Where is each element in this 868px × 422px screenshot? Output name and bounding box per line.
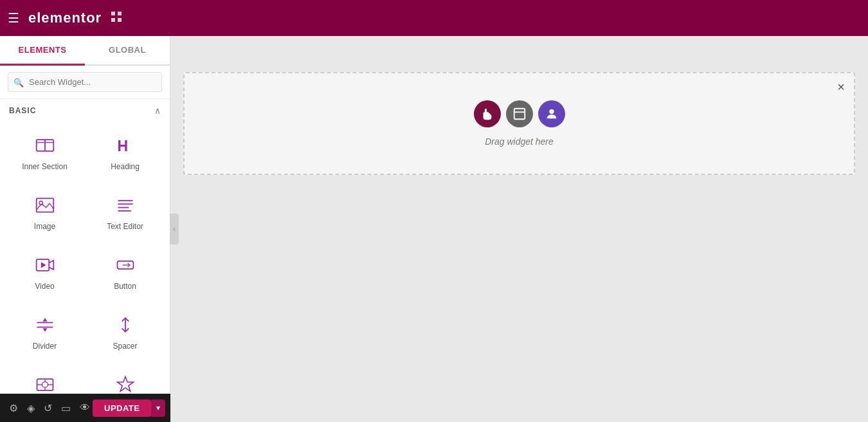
widget-label: Spacer — [113, 342, 137, 351]
inner-section-icon — [33, 134, 57, 157]
spacer-icon — [114, 313, 137, 336]
svg-rect-0 — [111, 12, 115, 15]
divider-icon — [33, 313, 57, 336]
widget-spacer[interactable]: Spacer — [86, 301, 165, 360]
svg-rect-2 — [111, 18, 115, 22]
sidebar: ELEMENTS GLOBAL 🔍 BASIC ∧ — [0, 36, 170, 422]
widget-label: Video — [35, 282, 54, 291]
update-button[interactable]: UPDATE — [93, 399, 151, 417]
widget-label: Inner Section — [22, 162, 68, 171]
main-layout: ELEMENTS GLOBAL 🔍 BASIC ∧ — [0, 36, 868, 422]
update-group: UPDATE ▾ — [93, 399, 165, 417]
svg-rect-3 — [118, 18, 122, 22]
pointer-action-circle[interactable] — [474, 100, 501, 127]
canvas: Drag widget here × — [170, 36, 868, 422]
widget-video[interactable]: Video — [5, 242, 84, 300]
icon-icon — [114, 373, 137, 396]
update-dropdown-button[interactable]: ▾ — [151, 399, 165, 417]
video-icon — [33, 253, 57, 277]
responsive-icon[interactable]: ▭ — [59, 399, 73, 417]
search-icon: 🔍 — [14, 77, 24, 87]
text-editor-icon — [114, 194, 137, 217]
search-container: 🔍 — [0, 66, 170, 99]
widget-label: Image — [34, 222, 55, 231]
svg-marker-20 — [42, 318, 47, 321]
widget-heading[interactable]: H Heading — [86, 122, 165, 181]
svg-marker-15 — [41, 262, 46, 268]
svg-point-32 — [549, 109, 554, 114]
widget-label: Text Editor — [107, 222, 143, 231]
search-input[interactable] — [8, 72, 162, 92]
layout-action-circle[interactable] — [506, 100, 533, 127]
settings-icon[interactable]: ⚙ — [6, 399, 21, 417]
svg-marker-29 — [117, 376, 133, 391]
close-section-button[interactable]: × — [837, 80, 845, 95]
collapse-handle[interactable]: ‹ — [170, 214, 179, 244]
grid-icon[interactable] — [111, 11, 122, 26]
widget-label: Button — [114, 282, 136, 291]
button-icon — [114, 253, 137, 277]
top-bar: ☰ elementor — [0, 0, 868, 36]
heading-icon: H — [114, 134, 137, 157]
widget-divider[interactable]: Divider — [5, 301, 84, 360]
layers-icon[interactable]: ◈ — [24, 399, 37, 417]
basic-section-label: BASIC — [9, 106, 36, 115]
svg-rect-30 — [514, 109, 525, 120]
toolbar-left-icons: ⚙ ◈ ↺ ▭ 👁 — [6, 399, 93, 417]
basic-section-header: BASIC ∧ — [0, 99, 170, 120]
svg-marker-21 — [42, 328, 47, 331]
svg-rect-1 — [118, 12, 122, 15]
preview-icon[interactable]: 👁 — [77, 399, 93, 416]
hamburger-icon[interactable]: ☰ — [8, 10, 19, 26]
svg-text:H: H — [117, 138, 128, 154]
widget-text-editor[interactable]: Text Editor — [86, 182, 165, 241]
search-wrapper: 🔍 — [8, 72, 162, 92]
top-bar-left: ☰ elementor — [8, 10, 122, 26]
bottom-toolbar: ⚙ ◈ ↺ ▭ 👁 UPDATE ▾ — [0, 394, 170, 422]
content-section: Drag widget here × — [183, 72, 855, 175]
widget-button[interactable]: Button — [86, 242, 165, 300]
image-icon — [33, 194, 57, 217]
user-action-circle[interactable] — [538, 100, 565, 127]
widget-actions — [474, 100, 565, 127]
drag-widget-text: Drag widget here — [485, 136, 554, 147]
widget-image[interactable]: Image — [5, 182, 84, 241]
tab-elements[interactable]: ELEMENTS — [0, 36, 85, 66]
basic-collapse-icon[interactable]: ∧ — [154, 106, 161, 116]
widget-inner-section[interactable]: Inner Section — [5, 122, 84, 181]
svg-point-24 — [42, 381, 48, 387]
google-maps-icon — [33, 373, 57, 396]
sidebar-tabs: ELEMENTS GLOBAL — [0, 36, 170, 66]
elementor-logo: elementor — [28, 10, 102, 26]
widget-label: Heading — [111, 162, 140, 171]
history-icon[interactable]: ↺ — [41, 399, 55, 417]
widget-label: Divider — [33, 342, 57, 351]
tab-global[interactable]: GLOBAL — [85, 36, 170, 64]
widget-grid: Inner Section H Heading — [0, 120, 170, 422]
